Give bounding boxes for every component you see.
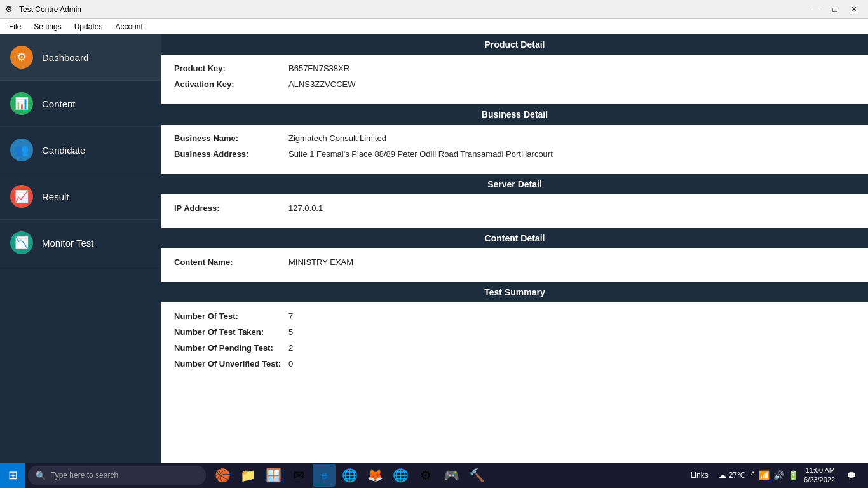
- num-unverified-value: 0: [288, 359, 293, 369]
- menu-settings[interactable]: Settings: [27, 21, 67, 32]
- menu-bar: File Settings Updates Account: [0, 19, 868, 34]
- product-key-value: B657FN7S38XR: [288, 64, 349, 73]
- taskbar-app-folder[interactable]: 📁: [236, 464, 259, 487]
- sidebar-item-dashboard[interactable]: ⚙ Dashboard: [0, 34, 161, 81]
- content-icon: 📊: [10, 92, 33, 115]
- business-address-row: Business Address: Suite 1 Fesmal's Place…: [174, 149, 855, 159]
- title-bar: ⚙ Test Centre Admin ─ □ ✕: [0, 0, 868, 19]
- app-icon: ⚙: [5, 4, 15, 15]
- notification-button[interactable]: 💬: [840, 464, 863, 487]
- num-tests-value: 7: [288, 311, 293, 321]
- num-tests-row: Number Of Test: 7: [174, 311, 855, 321]
- product-detail-header: Product Detail: [161, 34, 868, 55]
- content-name-row: Content Name: MINISTRY EXAM: [174, 257, 855, 267]
- close-button[interactable]: ✕: [845, 3, 863, 17]
- test-summary-header: Test Summary: [161, 282, 868, 302]
- ip-address-row: IP Address: 127.0.0.1: [174, 203, 855, 213]
- ip-address-value: 127.0.0.1: [288, 203, 323, 213]
- server-detail-body: IP Address: 127.0.0.1: [161, 194, 868, 228]
- taskbar-clock[interactable]: 11:00 AM 6/23/2022: [804, 466, 835, 485]
- business-detail-body: Business Name: Zigmatech Consult Limited…: [161, 125, 868, 174]
- content-detail-body: Content Name: MINISTRY EXAM: [161, 248, 868, 282]
- app-title: Test Centre Admin: [19, 5, 81, 14]
- sidebar: ⚙ Dashboard 📊 Content 👥 Candidate 📈 Resu…: [0, 34, 161, 463]
- clock-time: 11:00 AM: [804, 466, 835, 475]
- maximize-button[interactable]: □: [826, 3, 844, 17]
- num-taken-row: Number Of Test Taken: 5: [174, 327, 855, 337]
- server-detail-header: Server Detail: [161, 174, 868, 194]
- content-name-value: MINISTRY EXAM: [288, 257, 353, 267]
- sidebar-item-monitor-test[interactable]: 📉 Monitor Test: [0, 220, 161, 266]
- num-taken-value: 5: [288, 327, 293, 337]
- taskbar-weather: ☁ 27°C: [719, 471, 746, 480]
- activation-key-row: Activation Key: ALNS3ZZVCCEW: [174, 79, 855, 89]
- activation-key-label: Activation Key:: [174, 79, 288, 89]
- num-pending-row: Number Of Pending Test: 2: [174, 343, 855, 353]
- main-content: Product Detail Product Key: B657FN7S38XR…: [161, 34, 868, 463]
- start-icon: ⊞: [8, 468, 18, 482]
- search-icon: 🔍: [36, 471, 46, 480]
- menu-updates[interactable]: Updates: [68, 21, 109, 32]
- dashboard-icon: ⚙: [10, 46, 33, 69]
- num-unverified-row: Number Of Unverified Test: 0: [174, 359, 855, 369]
- sidebar-label-monitor: Monitor Test: [42, 238, 93, 248]
- activation-key-value: ALNS3ZZVCCEW: [288, 79, 355, 89]
- business-name-row: Business Name: Zigmatech Consult Limited: [174, 133, 855, 143]
- business-detail-header: Business Detail: [161, 104, 868, 125]
- taskbar-app-store[interactable]: 🪟: [262, 464, 285, 487]
- business-name-label: Business Name:: [174, 133, 288, 143]
- taskbar-app-game[interactable]: 🎮: [440, 464, 463, 487]
- sidebar-item-result[interactable]: 📈 Result: [0, 173, 161, 220]
- num-unverified-label: Number Of Unverified Test:: [174, 359, 288, 369]
- business-address-value: Suite 1 Fesmal's Place 88/89 Peter Odili…: [288, 149, 553, 159]
- monitor-icon: 📉: [10, 231, 33, 254]
- taskbar-app-edge[interactable]: e: [313, 464, 336, 487]
- content-name-label: Content Name:: [174, 257, 288, 267]
- taskbar-app-chrome[interactable]: 🌐: [338, 464, 361, 487]
- menu-file[interactable]: File: [3, 21, 27, 32]
- search-placeholder: Type here to search: [51, 471, 118, 480]
- start-button[interactable]: ⊞: [0, 463, 25, 488]
- product-detail-body: Product Key: B657FN7S38XR Activation Key…: [161, 55, 868, 104]
- taskbar-apps: 🏀 📁 🪟 ✉ e 🌐 🦊 🌐 ⚙ 🎮 🔨: [211, 464, 488, 487]
- weather-icon: ☁: [719, 471, 726, 480]
- taskbar-app-settings[interactable]: ⚙: [414, 464, 437, 487]
- menu-account[interactable]: Account: [109, 21, 149, 32]
- systray-volume[interactable]: 🔊: [773, 470, 784, 480]
- num-pending-label: Number Of Pending Test:: [174, 343, 288, 353]
- content-detail-header: Content Detail: [161, 228, 868, 248]
- temperature: 27°C: [729, 471, 746, 480]
- num-taken-label: Number Of Test Taken:: [174, 327, 288, 337]
- systray-network: 📶: [759, 470, 770, 480]
- ip-address-label: IP Address:: [174, 203, 288, 213]
- taskbar: ⊞ 🔍 Type here to search 🏀 📁 🪟 ✉ e 🌐 🦊 🌐 …: [0, 463, 868, 488]
- systray-chevron[interactable]: ^: [750, 470, 755, 480]
- app-container: ⚙ Dashboard 📊 Content 👥 Candidate 📈 Resu…: [0, 34, 868, 463]
- systray: ^ 📶 🔊 🔋: [750, 470, 799, 480]
- sidebar-label-candidate: Candidate: [42, 145, 85, 156]
- notification-icon: 💬: [847, 471, 856, 480]
- taskbar-app-basketball[interactable]: 🏀: [211, 464, 234, 487]
- sidebar-label-dashboard: Dashboard: [42, 52, 88, 63]
- taskbar-app-tool[interactable]: 🔨: [465, 464, 488, 487]
- sidebar-item-candidate[interactable]: 👥 Candidate: [0, 127, 161, 173]
- systray-battery: 🔋: [788, 470, 799, 480]
- num-tests-label: Number Of Test:: [174, 311, 288, 321]
- taskbar-right: Links ☁ 27°C ^ 📶 🔊 🔋 11:00 AM 6/23/2022 …: [686, 464, 868, 487]
- window-controls: ─ □ ✕: [807, 3, 863, 17]
- taskbar-app-firefox[interactable]: 🦊: [363, 464, 386, 487]
- business-name-value: Zigmatech Consult Limited: [288, 133, 386, 143]
- taskbar-app-browser2[interactable]: 🌐: [389, 464, 412, 487]
- product-key-row: Product Key: B657FN7S38XR: [174, 64, 855, 73]
- product-key-label: Product Key:: [174, 64, 288, 73]
- taskbar-search-bar[interactable]: 🔍 Type here to search: [28, 466, 206, 485]
- sidebar-item-content[interactable]: 📊 Content: [0, 81, 161, 127]
- title-bar-left: ⚙ Test Centre Admin: [5, 4, 81, 15]
- minimize-button[interactable]: ─: [807, 3, 825, 17]
- result-icon: 📈: [10, 185, 33, 208]
- test-summary-body: Number Of Test: 7 Number Of Test Taken: …: [161, 302, 868, 384]
- business-address-label: Business Address:: [174, 149, 288, 159]
- taskbar-links: Links: [686, 471, 714, 480]
- taskbar-app-mail[interactable]: ✉: [287, 464, 310, 487]
- sidebar-label-result: Result: [42, 191, 69, 202]
